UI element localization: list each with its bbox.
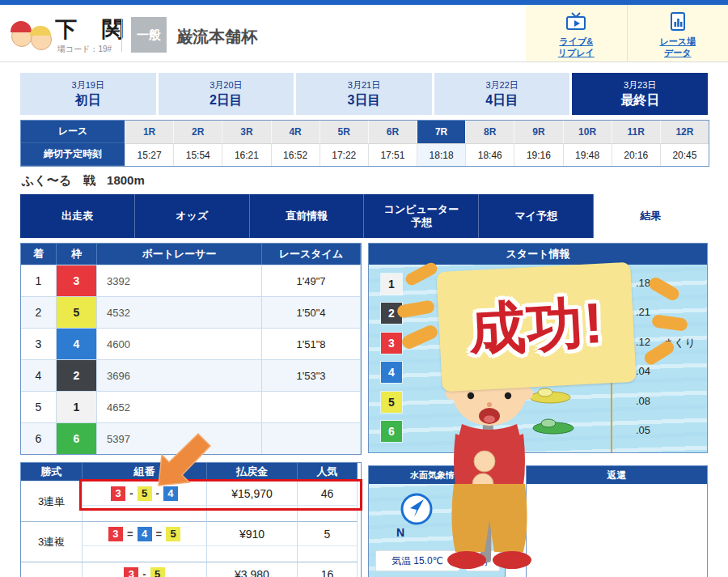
start-lane-number: 5 (381, 392, 402, 413)
combo-lane-chip: 4 (138, 527, 152, 541)
result-rank: 4 (21, 359, 57, 391)
result-racer: 3392 (97, 265, 262, 296)
date-tab-date: 3月19日 (20, 79, 156, 91)
venue-code: 場コード：19# (57, 44, 112, 55)
racer-reg-no: 4652 (107, 401, 142, 414)
racer-reg-no: 3696 (107, 370, 142, 382)
nav-tab-マイ予想[interactable]: マイ予想 (479, 194, 594, 238)
header-divider (121, 18, 122, 52)
payout-empty-cell (83, 545, 207, 562)
race-cell-11R[interactable]: 11R (612, 121, 660, 143)
payout-popularity: 16 (298, 562, 358, 577)
date-tab-date: 3月21日 (296, 79, 432, 91)
result-lane: 2 (57, 359, 97, 391)
result-race-time: 1'50"4 (262, 296, 361, 328)
stadium-data-label: レース場 データ (628, 36, 728, 59)
deadline-time-12R: 20:45 (660, 143, 709, 166)
result-racer: 4600 (97, 328, 262, 359)
header-quick-links: ライブ& リプレイ レース場 データ (526, 5, 728, 62)
payout-amount: ¥910 (207, 521, 298, 545)
payout-popularity: 46 (298, 481, 358, 505)
deadline-time-9R: 19:16 (514, 143, 562, 166)
bar-chart-doc-icon (669, 12, 687, 32)
date-tab-2日目[interactable]: 3月20日2日目 (159, 73, 294, 115)
date-tab-4日目[interactable]: 3月22日4日目 (434, 73, 570, 115)
race-info-line: ふく〜る 戦1800m (22, 173, 156, 189)
date-tab-3日目[interactable]: 3月21日3日目 (296, 73, 432, 115)
combo-separator: - (129, 487, 133, 499)
nav-tab-オッズ[interactable]: オッズ (135, 194, 250, 238)
deadline-time-7R: 18:18 (417, 143, 465, 166)
payout-empty-cell (298, 505, 358, 521)
deadline-time-2R: 15:54 (173, 143, 222, 166)
combo-lane-chip: 5 (138, 486, 152, 501)
payout-empty-cell (298, 545, 358, 562)
result-lane: 6 (57, 422, 97, 454)
combo-lane-chip: 3 (111, 486, 125, 501)
race-name: ふく〜る 戦 (22, 173, 95, 187)
deadline-time-3R: 16:21 (222, 143, 270, 166)
deadline-row-label: 締切予定時刻 (21, 143, 125, 166)
date-tab-day: 3日目 (296, 92, 432, 109)
result-race-time: 1'51"8 (262, 328, 361, 359)
payout-header: 払戻金 (207, 463, 298, 481)
race-cell-12R[interactable]: 12R (660, 121, 709, 143)
combo-lane-chip: 3 (108, 527, 123, 541)
success-sign: 成功! (436, 262, 636, 392)
results-header: 枠 (57, 244, 97, 265)
race-cell-4R[interactable]: 4R (271, 121, 320, 143)
start-timing-value: .08 (612, 395, 650, 407)
combo-lane-chip: 3 (124, 567, 138, 577)
nav-tab-出走表[interactable]: 出走表 (20, 194, 135, 238)
race-cell-1R[interactable]: 1R (125, 121, 173, 143)
stadium-data-link[interactable]: レース場 データ (627, 5, 728, 62)
bet-type-label: 2連単 (21, 562, 83, 577)
result-lane: 1 (57, 391, 97, 422)
result-lane: 5 (57, 296, 97, 328)
combo-lane-chip: 5 (150, 567, 165, 577)
deadline-time-11R: 20:16 (612, 143, 660, 166)
start-lane-number: 4 (381, 362, 402, 383)
race-cell-7R[interactable]: 7R (417, 121, 465, 143)
race-row-label: レース (21, 121, 125, 143)
payout-amount: ¥3,980 (207, 562, 298, 577)
nav-tab-コンピューター予想[interactable]: コンピューター 予想 (364, 194, 479, 238)
deadline-time-1R: 15:27 (125, 143, 173, 166)
mascot-boy-icon (11, 26, 32, 47)
result-racer: 4652 (97, 391, 262, 422)
winning-combo: 3-5 (83, 562, 207, 577)
mascot-girl-icon (31, 29, 52, 50)
live-replay-link[interactable]: ライブ& リプレイ (526, 5, 627, 62)
start-lane-number: 6 (381, 421, 402, 442)
race-cell-10R[interactable]: 10R (563, 121, 612, 143)
success-sign-text: 成功! (467, 286, 605, 369)
result-lane: 4 (57, 328, 97, 359)
race-cell-9R[interactable]: 9R (514, 121, 562, 143)
live-replay-label: ライブ& リプレイ (526, 36, 627, 59)
date-tabs: 3月19日初日3月20日2日目3月21日3日目3月22日4日目3月23日最終日 (20, 73, 708, 115)
start-lane-number: 1 (381, 274, 402, 295)
results-header: ボートレーサー (97, 244, 262, 265)
deadline-time-4R: 16:52 (271, 143, 320, 166)
race-cell-8R[interactable]: 8R (465, 121, 514, 143)
date-tab-date: 3月20日 (159, 79, 294, 91)
race-cell-2R[interactable]: 2R (173, 121, 222, 143)
race-series-title: 巌流本舗杯 (176, 26, 257, 48)
date-tab-最終日[interactable]: 3月23日最終日 (572, 73, 708, 115)
racer-reg-no: 5397 (107, 433, 142, 445)
nav-tab-結果[interactable]: 結果 (594, 194, 708, 238)
race-cell-6R[interactable]: 6R (368, 121, 417, 143)
race-cell-3R[interactable]: 3R (222, 121, 270, 143)
bet-type-label: 3連単 (21, 481, 83, 521)
race-cell-5R[interactable]: 5R (320, 121, 368, 143)
date-tab-date: 3月22日 (434, 79, 570, 91)
payout-empty-cell (207, 505, 298, 521)
result-race-time: 1'53"3 (262, 359, 361, 391)
nav-tab-直前情報[interactable]: 直前情報 (250, 194, 365, 238)
date-tab-初日[interactable]: 3月19日初日 (20, 73, 156, 115)
bet-type-label: 3連複 (21, 521, 83, 562)
result-rank: 1 (21, 265, 57, 296)
boatrace-result-page: 下 関 場コード：19# 一般 巌流本舗杯 ライブ& リプレイ (0, 0, 728, 577)
result-rank: 5 (21, 391, 57, 422)
result-racer: 4532 (97, 296, 262, 328)
